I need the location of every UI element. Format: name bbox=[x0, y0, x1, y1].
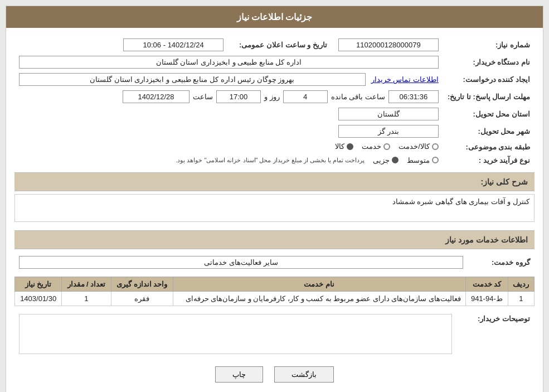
table-row: 1 ط-94-941 فعالیت‌های سازمان‌های دارای ع… bbox=[15, 291, 535, 306]
ostan-value: گلستان bbox=[338, 108, 439, 120]
tabaqe-label: طبقه بندی موضوعی: bbox=[443, 140, 535, 154]
toseeh-label: توصیحات خریدار: bbox=[456, 312, 535, 358]
col-tedad: تعداد / مقدار bbox=[62, 277, 111, 291]
print-button[interactable]: چاپ bbox=[215, 366, 263, 383]
mohlat-date: 1402/12/28 bbox=[123, 90, 190, 103]
radio-kala-khadamat bbox=[432, 143, 439, 150]
mohlat-time: 17:00 bbox=[216, 90, 261, 103]
farayand-note: پرداخت تمام یا بخشی از مبلغ خریداز محل "… bbox=[176, 157, 365, 164]
mohlat-roz: 4 bbox=[283, 90, 328, 103]
namDastgah-value: اداره کل منابع طبیعی و ابخیزداری استان گ… bbox=[19, 56, 439, 69]
goroh-value: سایر فعالیت‌های خدماتی bbox=[19, 256, 463, 269]
radio-khadamat bbox=[383, 143, 390, 150]
tabaqe-kala-khadamat-label: کالا/خدمت bbox=[399, 142, 430, 151]
goroh-label: گروه خدمت: bbox=[468, 254, 535, 271]
tarikh-label: تاریخ و ساعت اعلان عمومی: bbox=[228, 36, 332, 54]
namDastgah-label: نام دستگاه خریدار: bbox=[443, 54, 535, 71]
tabaqe-khadamat-option[interactable]: خدمت bbox=[362, 142, 390, 151]
page-title: جزئیات اطلاعات نیاز bbox=[6, 6, 543, 28]
toseeh-textarea[interactable] bbox=[19, 314, 452, 354]
tabaqe-kala-khadamat-option[interactable]: کالا/خدمت bbox=[399, 142, 439, 151]
col-name: نام خدمت bbox=[173, 277, 465, 291]
back-button[interactable]: بازگشت bbox=[274, 366, 334, 383]
mohlat-roz-label: روز و bbox=[264, 93, 280, 101]
cell-vahed: فقره bbox=[111, 291, 173, 306]
cell-name: فعالیت‌های سازمان‌های دارای عضو مربوط به… bbox=[173, 291, 465, 306]
radio-jozee bbox=[392, 157, 399, 163]
shahr-value: بندر گز bbox=[338, 125, 439, 138]
mohlat-saat-label: ساعت باقی مانده bbox=[331, 93, 385, 101]
ijadKonande-link[interactable]: اطلاعات تماس خریدار bbox=[371, 75, 439, 84]
sharh-value: کنترل و آفات بیماری های گیاهی شبره شمشاد bbox=[14, 194, 535, 222]
col-vahed: واحد اندازه گیری bbox=[111, 277, 173, 291]
farayand-motavasit-label: متوسط bbox=[407, 156, 430, 164]
farayand-jozee-option[interactable]: جزیی bbox=[373, 156, 399, 164]
shahr-label: شهر محل تحویل: bbox=[443, 123, 535, 140]
cell-radif: 1 bbox=[508, 291, 534, 306]
radio-kala bbox=[347, 143, 353, 150]
mohlat-time-label: ساعت bbox=[193, 93, 213, 101]
mohlat-remaining: 06:31:36 bbox=[388, 90, 439, 103]
ostan-label: استان محل تحویل: bbox=[443, 105, 535, 123]
noeFarayand-label: نوع فرآیند خرید : bbox=[443, 154, 535, 167]
cell-kod: ط-94-941 bbox=[465, 291, 508, 306]
shomareNiaz-label: شماره نیاز: bbox=[443, 36, 535, 54]
tarikh-value: 1402/12/24 - 10:06 bbox=[123, 38, 224, 51]
col-radif: ردیف bbox=[508, 277, 534, 291]
col-kod: کد خدمت bbox=[465, 277, 508, 291]
shomareNiaz-value: 1102000128000079 bbox=[338, 38, 439, 51]
sharh-section-header: شرح کلی نیاز: bbox=[14, 172, 535, 191]
cell-tedad: 1 bbox=[62, 291, 111, 306]
farayand-jozee-label: جزیی bbox=[373, 156, 390, 164]
ijadKonande-label: ایجاد کننده درخواست: bbox=[443, 71, 535, 88]
farayand-motavasit-option[interactable]: متوسط bbox=[407, 156, 439, 164]
tabaqe-kala-option[interactable]: کالا bbox=[335, 142, 353, 151]
khadamat-section-header: اطلاعات خدمات مورد نیاز bbox=[14, 230, 535, 249]
tabaqe-khadamat-label: خدمت bbox=[362, 142, 381, 151]
tabaqe-kala-label: کالا bbox=[335, 142, 344, 151]
mohlat-label: مهلت ارسال پاسخ: تا تاریخ: bbox=[443, 88, 535, 105]
ijadKonande-value: بهروز چوگان رئیس اداره کل منابع طبیعی و … bbox=[19, 73, 366, 86]
col-tarikh: تاریخ نیاز bbox=[15, 277, 62, 291]
radio-motavasit bbox=[432, 157, 439, 163]
cell-tarikh: 1403/01/30 bbox=[15, 291, 62, 306]
